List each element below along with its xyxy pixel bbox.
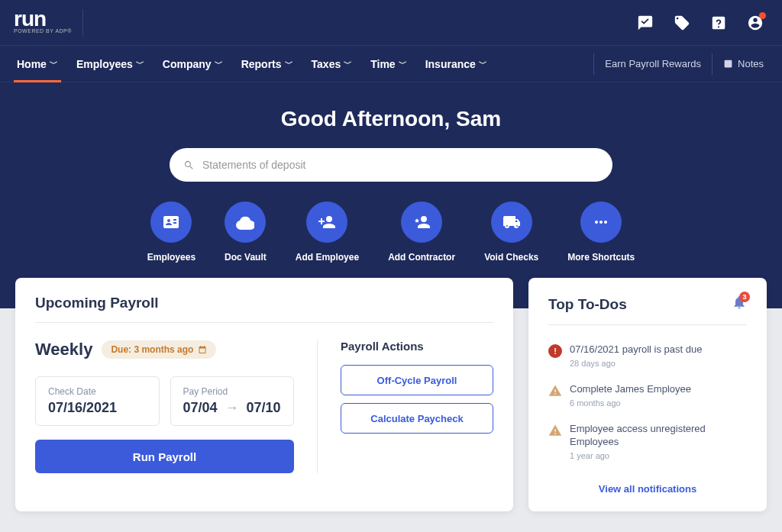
svg-point-2 — [604, 221, 607, 224]
check-date-box: Check Date 07/16/2021 — [35, 376, 160, 426]
chevron-down-icon: ﹀ — [399, 58, 407, 69]
user-plus-icon — [318, 213, 336, 231]
check-date-label: Check Date — [48, 386, 147, 397]
ticket-icon[interactable] — [669, 10, 695, 36]
todo-list: 07/16/2021 payroll is past due 28 days a… — [548, 336, 747, 468]
todo-item[interactable]: Complete James Employee 6 months ago — [548, 376, 747, 415]
payroll-frequency: Weekly — [35, 340, 92, 360]
nav-time[interactable]: Time﹀ — [361, 46, 415, 82]
todo-item[interactable]: 07/16/2021 payroll is past due 28 days a… — [548, 336, 747, 376]
run-payroll-button[interactable]: Run Payroll — [35, 440, 294, 473]
calendar-icon — [198, 345, 207, 354]
chevron-down-icon: ﹀ — [136, 58, 144, 69]
nav-reports[interactable]: Reports﹀ — [232, 46, 302, 82]
search-input[interactable] — [202, 159, 599, 171]
cards-row: Upcoming Payroll Weekly Due: 3 months ag… — [0, 278, 782, 511]
calculate-paycheck-button[interactable]: Calculate Paycheck — [341, 403, 493, 434]
todo-time: 1 year ago — [570, 451, 747, 460]
logo-subtext: POWERED BY ADP® — [14, 30, 72, 34]
feedback-icon[interactable] — [632, 10, 658, 36]
shortcut-doc-vault[interactable]: Doc Vault — [225, 202, 267, 263]
warning-icon — [548, 424, 562, 437]
pay-period-label: Pay Period — [183, 386, 282, 397]
notes-icon — [723, 59, 733, 69]
pay-period-start: 07/04 — [183, 400, 218, 416]
todo-item[interactable]: Employee access unregistered Employees 1… — [548, 415, 747, 468]
todo-text: 07/16/2021 payroll is past due — [570, 343, 702, 356]
notification-dot — [759, 12, 766, 19]
error-icon — [548, 344, 562, 358]
nav-company[interactable]: Company﹀ — [153, 46, 232, 82]
shortcut-label: More Shortcuts — [567, 252, 635, 263]
hero-section: run POWERED BY ADP® Home﹀ Employees﹀ Com… — [0, 0, 782, 308]
user-star-icon — [412, 213, 431, 231]
nav-home[interactable]: Home﹀ — [8, 46, 67, 82]
help-icon[interactable] — [706, 10, 732, 36]
divider — [82, 9, 83, 37]
shortcut-employees[interactable]: Employees — [147, 202, 196, 263]
cloud-icon — [236, 213, 254, 231]
shortcuts-row: Employees Doc Vault Add Employee Add Con… — [0, 202, 782, 263]
svg-point-1 — [599, 221, 603, 224]
due-badge: Due: 3 months ago — [102, 340, 216, 359]
topbar: run POWERED BY ADP® — [0, 0, 782, 46]
warning-icon — [548, 384, 562, 398]
dots-icon — [592, 213, 610, 231]
chevron-down-icon: ﹀ — [50, 58, 58, 69]
navbar: Home﹀ Employees﹀ Company﹀ Reports﹀ Taxes… — [0, 46, 782, 82]
nav-taxes[interactable]: Taxes﹀ — [302, 46, 362, 82]
todo-text: Employee access unregistered Employees — [570, 423, 747, 449]
shortcut-label: Employees — [147, 252, 196, 263]
id-card-icon — [162, 213, 180, 231]
todo-time: 28 days ago — [570, 359, 702, 368]
badge-count: 3 — [739, 292, 750, 302]
pay-period-box: Pay Period 07/04 → 07/10 — [170, 376, 295, 426]
upcoming-payroll-card: Upcoming Payroll Weekly Due: 3 months ag… — [15, 278, 513, 511]
truck-icon — [502, 213, 521, 231]
greeting: Good Afternoon, Sam — [0, 107, 782, 131]
logo[interactable]: run POWERED BY ADP® — [14, 11, 72, 33]
search-box[interactable] — [170, 148, 612, 182]
svg-point-0 — [595, 221, 598, 224]
arrow-right-icon: → — [225, 400, 239, 416]
nav-employees[interactable]: Employees﹀ — [67, 46, 153, 82]
chevron-down-icon: ﹀ — [215, 58, 223, 69]
check-date-value: 07/16/2021 — [48, 400, 147, 416]
notifications-bell[interactable]: 3 — [732, 295, 747, 314]
chevron-down-icon: ﹀ — [479, 58, 487, 69]
card-title: Upcoming Payroll — [35, 295, 493, 323]
divider — [317, 340, 318, 473]
todos-title: Top To-Dos — [548, 296, 627, 313]
nav-insurance[interactable]: Insurance﹀ — [416, 46, 496, 82]
shortcut-add-employee[interactable]: Add Employee — [296, 202, 359, 263]
top-todos-card: Top To-Dos 3 07/16/2021 payroll is past … — [528, 278, 767, 511]
todo-time: 6 months ago — [570, 398, 691, 408]
shortcut-label: Void Checks — [484, 252, 538, 263]
shortcut-label: Doc Vault — [225, 252, 267, 263]
shortcut-add-contractor[interactable]: Add Contractor — [388, 202, 455, 263]
search-icon — [183, 160, 195, 171]
chevron-down-icon: ﹀ — [285, 58, 293, 69]
shortcut-more[interactable]: More Shortcuts — [567, 202, 635, 263]
pay-period-end: 07/10 — [247, 400, 281, 416]
payroll-actions-title: Payroll Actions — [341, 340, 493, 353]
view-all-notifications-link[interactable]: View all notifications — [548, 483, 747, 495]
todo-text: Complete James Employee — [570, 383, 691, 396]
shortcut-void-checks[interactable]: Void Checks — [484, 202, 538, 263]
account-icon[interactable] — [742, 10, 768, 36]
nav-notes[interactable]: Notes — [712, 53, 774, 75]
nav-rewards[interactable]: Earn Payroll Rewards — [593, 53, 712, 75]
top-icons — [632, 10, 768, 36]
chevron-down-icon: ﹀ — [344, 58, 352, 69]
shortcut-label: Add Contractor — [388, 252, 455, 263]
logo-text: run — [14, 11, 72, 27]
shortcut-label: Add Employee — [296, 252, 359, 263]
off-cycle-payroll-button[interactable]: Off-Cycle Payroll — [341, 365, 493, 395]
